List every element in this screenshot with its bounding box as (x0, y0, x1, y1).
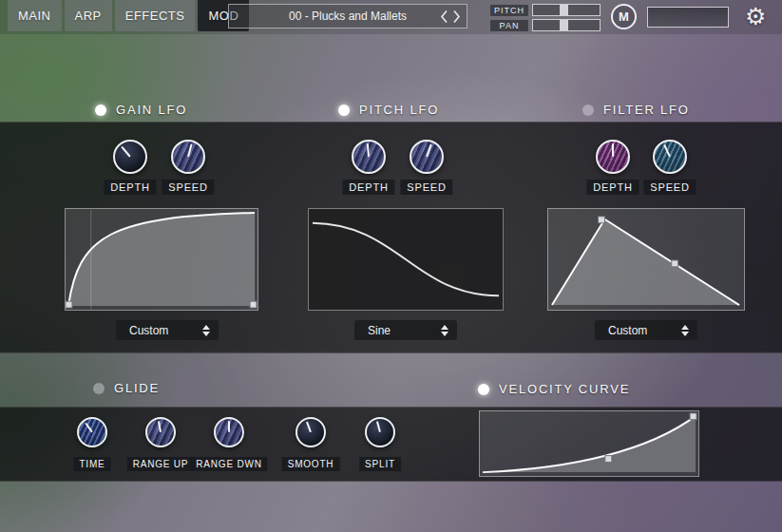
tab-bar: MAIN ARP EFFECTS MOD (8, 0, 249, 31)
curve-handle[interactable] (66, 301, 72, 308)
velocity-curve-header: VELOCITY CURVE (478, 382, 630, 396)
gain-lfo-depth-label: DEPTH (104, 180, 156, 195)
midi-mode-button[interactable]: M (611, 4, 637, 29)
gain-lfo-speed-knob[interactable] (171, 140, 205, 174)
knob-pointer (158, 421, 162, 432)
knob-pointer (306, 421, 312, 432)
knob-pointer (376, 421, 381, 432)
filter-curve-fill (552, 219, 739, 305)
chevron-left-icon[interactable] (440, 10, 448, 24)
dropdown-arrows-icon (202, 325, 210, 336)
pitch-lfo-shape-select[interactable]: Sine (354, 320, 457, 340)
pitch-slider[interactable] (532, 4, 601, 16)
dropdown-arrows-icon (681, 325, 689, 336)
preset-name: 00 - Plucks and Mallets (289, 10, 407, 23)
glide-time-knob[interactable] (77, 417, 107, 447)
settings-gear-icon[interactable]: ⚙ (745, 3, 766, 30)
gain-lfo-title: GAIN LFO (116, 103, 187, 117)
pitch-lfo-speed-knob[interactable] (410, 140, 444, 174)
glide-title: GLIDE (114, 381, 160, 395)
pan-label: PAN (490, 20, 528, 31)
filter-lfo-title: FILTER LFO (603, 103, 690, 117)
knob-pointer (367, 143, 370, 157)
glide-range-up-label: RANGE UP (127, 457, 195, 471)
tab-main[interactable]: MAIN (8, 0, 62, 31)
glide-range-down-knob[interactable] (214, 417, 244, 447)
curve-handle[interactable] (598, 217, 604, 223)
pan-slider-thumb[interactable] (560, 20, 568, 30)
output-meter (647, 7, 729, 28)
pitch-lfo-curve-display[interactable] (308, 208, 504, 311)
glide-header: GLIDE (93, 381, 160, 395)
glide-enable-led[interactable] (93, 383, 105, 394)
velocity-curve-display[interactable] (479, 410, 699, 477)
plugin-window: MAIN ARP EFFECTS MOD 00 - Plucks and Mal… (0, 0, 782, 532)
pitch-lfo-enable-led[interactable] (338, 104, 350, 116)
tab-arp[interactable]: ARP (65, 0, 112, 31)
lower-band (0, 352, 782, 407)
dropdown-arrows-icon (441, 325, 448, 336)
glide-split-knob[interactable] (365, 417, 395, 447)
filter-lfo-depth-knob[interactable] (596, 140, 630, 174)
velocity-curve-title: VELOCITY CURVE (499, 382, 630, 396)
pitch-lfo-speed-label: SPEED (400, 180, 452, 195)
gain-curve-fill (68, 213, 255, 306)
pitch-lfo-depth-knob[interactable] (352, 140, 386, 174)
filter-lfo-speed-knob[interactable] (653, 140, 687, 174)
knob-pointer (228, 421, 230, 432)
filter-lfo-curve-display[interactable] (547, 208, 745, 311)
filter-lfo-depth-label: DEPTH (586, 180, 639, 195)
sine-curve (313, 223, 499, 296)
glide-smooth-knob[interactable] (296, 417, 326, 447)
preset-nav (440, 5, 461, 28)
knob-pointer (187, 143, 193, 157)
glide-smooth-label: SMOOTH (282, 457, 340, 471)
glide-range-up-knob[interactable] (145, 417, 176, 447)
glide-range-down-label: RANGE DWN (190, 457, 267, 471)
gain-lfo-speed-label: SPEED (162, 180, 214, 195)
chevron-right-icon[interactable] (452, 10, 461, 24)
pitch-lfo-shape-value: Sine (368, 324, 391, 337)
filter-lfo-speed-label: SPEED (643, 180, 696, 195)
knob-pointer (426, 144, 432, 158)
curve-handle[interactable] (672, 260, 678, 267)
curve-handle[interactable] (605, 456, 612, 463)
tab-effects[interactable]: EFFECTS (115, 0, 196, 31)
glide-split-label: SPLIT (359, 457, 401, 471)
gain-lfo-curve-display[interactable] (65, 208, 258, 311)
curve-handle[interactable] (250, 301, 257, 308)
pitch-lfo-title: PITCH LFO (359, 103, 439, 117)
filter-lfo-shape-value: Custom (608, 324, 647, 337)
pitch-label: PITCH (490, 5, 528, 16)
knob-pointer (612, 143, 614, 157)
knob-pointer (663, 144, 671, 158)
knob-pointer (85, 423, 93, 433)
gain-lfo-shape-select[interactable]: Custom (116, 320, 219, 340)
filter-lfo-shape-select[interactable]: Custom (595, 320, 697, 340)
topbar: MAIN ARP EFFECTS MOD 00 - Plucks and Mal… (0, 0, 782, 34)
knob-pointer (121, 146, 131, 158)
gain-lfo-shape-value: Custom (129, 324, 168, 337)
gain-lfo-header: GAIN LFO (95, 103, 187, 117)
gain-lfo-depth-knob[interactable] (113, 140, 147, 174)
curve-handle[interactable] (690, 413, 696, 420)
pitch-lfo-header: PITCH LFO (338, 103, 439, 117)
pan-slider[interactable] (532, 19, 601, 31)
filter-lfo-header: FILTER LFO (582, 103, 690, 117)
glide-time-label: TIME (73, 457, 110, 471)
pitch-slider-thumb[interactable] (560, 5, 568, 15)
velocity-curve-fill (483, 416, 696, 472)
velocity-curve-enable-led[interactable] (478, 384, 489, 395)
gain-lfo-enable-led[interactable] (95, 104, 106, 116)
pitch-lfo-depth-label: DEPTH (342, 180, 394, 195)
filter-lfo-enable-led[interactable] (582, 104, 594, 116)
preset-selector[interactable]: 00 - Plucks and Mallets (228, 4, 467, 28)
